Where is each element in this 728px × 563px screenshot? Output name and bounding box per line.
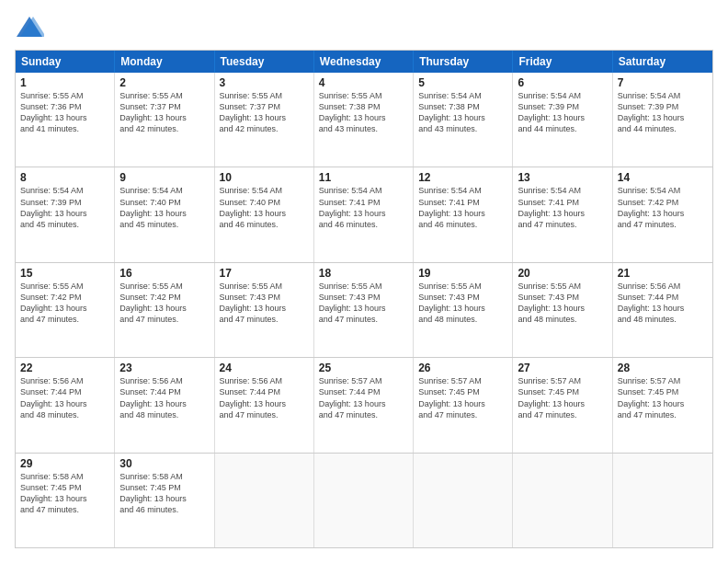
calendar-week-5: 29Sunrise: 5:58 AM Sunset: 7:45 PM Dayli… <box>16 453 712 547</box>
day-number: 5 <box>418 76 507 89</box>
day-info: Sunrise: 5:57 AM Sunset: 7:45 PM Dayligh… <box>418 375 507 420</box>
day-info: Sunrise: 5:58 AM Sunset: 7:45 PM Dayligh… <box>119 471 209 516</box>
calendar-day-empty <box>414 454 513 547</box>
logo <box>15 15 48 40</box>
page: SundayMondayTuesdayWednesdayThursdayFrid… <box>0 0 728 563</box>
day-number: 2 <box>119 76 209 89</box>
calendar-day-6: 6Sunrise: 5:54 AM Sunset: 7:39 PM Daylig… <box>513 73 612 167</box>
calendar-day-12: 12Sunrise: 5:54 AM Sunset: 7:41 PM Dayli… <box>414 167 513 261</box>
calendar-day-2: 2Sunrise: 5:55 AM Sunset: 7:37 PM Daylig… <box>115 73 214 167</box>
day-info: Sunrise: 5:54 AM Sunset: 7:39 PM Dayligh… <box>518 90 607 135</box>
day-info: Sunrise: 5:55 AM Sunset: 7:43 PM Dayligh… <box>220 281 309 326</box>
day-info: Sunrise: 5:55 AM Sunset: 7:43 PM Dayligh… <box>418 281 507 326</box>
day-info: Sunrise: 5:57 AM Sunset: 7:45 PM Dayligh… <box>618 375 708 420</box>
calendar-day-empty <box>513 454 612 547</box>
day-info: Sunrise: 5:55 AM Sunset: 7:43 PM Dayligh… <box>518 281 607 326</box>
day-info: Sunrise: 5:54 AM Sunset: 7:39 PM Dayligh… <box>20 185 109 230</box>
calendar-week-3: 15Sunrise: 5:55 AM Sunset: 7:42 PM Dayli… <box>16 262 712 357</box>
day-number: 14 <box>618 171 708 184</box>
day-number: 27 <box>518 362 607 374</box>
calendar-day-17: 17Sunrise: 5:55 AM Sunset: 7:43 PM Dayli… <box>215 263 314 357</box>
calendar-day-22: 22Sunrise: 5:56 AM Sunset: 7:44 PM Dayli… <box>16 358 115 452</box>
day-number: 1 <box>20 76 109 89</box>
day-info: Sunrise: 5:56 AM Sunset: 7:44 PM Dayligh… <box>119 375 209 420</box>
calendar-day-15: 15Sunrise: 5:55 AM Sunset: 7:42 PM Dayli… <box>16 263 115 357</box>
calendar-day-4: 4Sunrise: 5:55 AM Sunset: 7:38 PM Daylig… <box>314 73 414 167</box>
day-header-wednesday: Wednesday <box>314 51 414 73</box>
calendar-day-11: 11Sunrise: 5:54 AM Sunset: 7:41 PM Dayli… <box>314 167 414 261</box>
day-info: Sunrise: 5:54 AM Sunset: 7:39 PM Dayligh… <box>618 90 708 135</box>
day-number: 7 <box>618 76 708 89</box>
day-info: Sunrise: 5:58 AM Sunset: 7:45 PM Dayligh… <box>20 471 109 516</box>
calendar-day-27: 27Sunrise: 5:57 AM Sunset: 7:45 PM Dayli… <box>513 358 612 452</box>
day-number: 21 <box>618 267 708 280</box>
day-header-tuesday: Tuesday <box>215 51 314 73</box>
day-number: 29 <box>20 457 109 470</box>
day-number: 28 <box>618 362 708 374</box>
day-number: 15 <box>20 267 109 280</box>
calendar-day-18: 18Sunrise: 5:55 AM Sunset: 7:43 PM Dayli… <box>314 263 414 357</box>
day-number: 8 <box>20 171 109 184</box>
day-number: 12 <box>418 171 507 184</box>
day-number: 3 <box>220 76 309 89</box>
logo-icon <box>15 15 44 40</box>
calendar-day-10: 10Sunrise: 5:54 AM Sunset: 7:40 PM Dayli… <box>215 167 314 261</box>
calendar: SundayMondayTuesdayWednesdayThursdayFrid… <box>15 50 713 548</box>
day-info: Sunrise: 5:56 AM Sunset: 7:44 PM Dayligh… <box>220 375 309 420</box>
day-info: Sunrise: 5:55 AM Sunset: 7:37 PM Dayligh… <box>220 90 309 135</box>
day-number: 18 <box>319 267 408 280</box>
day-number: 20 <box>518 267 607 280</box>
calendar-week-1: 1Sunrise: 5:55 AM Sunset: 7:36 PM Daylig… <box>16 73 712 167</box>
day-info: Sunrise: 5:57 AM Sunset: 7:44 PM Dayligh… <box>319 375 408 420</box>
calendar-day-30: 30Sunrise: 5:58 AM Sunset: 7:45 PM Dayli… <box>115 454 214 547</box>
calendar-day-3: 3Sunrise: 5:55 AM Sunset: 7:37 PM Daylig… <box>215 73 314 167</box>
calendar-day-28: 28Sunrise: 5:57 AM Sunset: 7:45 PM Dayli… <box>613 358 712 452</box>
day-number: 24 <box>220 362 309 374</box>
calendar-day-5: 5Sunrise: 5:54 AM Sunset: 7:38 PM Daylig… <box>414 73 513 167</box>
day-number: 26 <box>418 362 507 374</box>
day-number: 16 <box>119 267 209 280</box>
day-number: 10 <box>220 171 309 184</box>
calendar-header-row: SundayMondayTuesdayWednesdayThursdayFrid… <box>16 51 712 73</box>
calendar-day-13: 13Sunrise: 5:54 AM Sunset: 7:41 PM Dayli… <box>513 167 612 261</box>
day-number: 17 <box>220 267 309 280</box>
day-info: Sunrise: 5:56 AM Sunset: 7:44 PM Dayligh… <box>20 375 109 420</box>
calendar-day-9: 9Sunrise: 5:54 AM Sunset: 7:40 PM Daylig… <box>115 167 214 261</box>
calendar-day-19: 19Sunrise: 5:55 AM Sunset: 7:43 PM Dayli… <box>414 263 513 357</box>
header <box>15 15 713 40</box>
calendar-day-empty <box>215 454 314 547</box>
day-info: Sunrise: 5:54 AM Sunset: 7:40 PM Dayligh… <box>119 185 209 230</box>
calendar-day-25: 25Sunrise: 5:57 AM Sunset: 7:44 PM Dayli… <box>314 358 414 452</box>
calendar-day-26: 26Sunrise: 5:57 AM Sunset: 7:45 PM Dayli… <box>414 358 513 452</box>
day-number: 25 <box>319 362 408 374</box>
day-info: Sunrise: 5:55 AM Sunset: 7:43 PM Dayligh… <box>319 281 408 326</box>
day-number: 19 <box>418 267 507 280</box>
day-header-sunday: Sunday <box>16 51 115 73</box>
day-info: Sunrise: 5:54 AM Sunset: 7:41 PM Dayligh… <box>518 185 607 230</box>
day-number: 13 <box>518 171 607 184</box>
calendar-day-20: 20Sunrise: 5:55 AM Sunset: 7:43 PM Dayli… <box>513 263 612 357</box>
day-info: Sunrise: 5:57 AM Sunset: 7:45 PM Dayligh… <box>518 375 607 420</box>
calendar-day-7: 7Sunrise: 5:54 AM Sunset: 7:39 PM Daylig… <box>613 73 712 167</box>
calendar-week-2: 8Sunrise: 5:54 AM Sunset: 7:39 PM Daylig… <box>16 167 712 261</box>
day-info: Sunrise: 5:55 AM Sunset: 7:42 PM Dayligh… <box>20 281 109 326</box>
calendar-week-4: 22Sunrise: 5:56 AM Sunset: 7:44 PM Dayli… <box>16 357 712 452</box>
calendar-day-29: 29Sunrise: 5:58 AM Sunset: 7:45 PM Dayli… <box>16 454 115 547</box>
day-info: Sunrise: 5:54 AM Sunset: 7:38 PM Dayligh… <box>418 90 507 135</box>
day-info: Sunrise: 5:55 AM Sunset: 7:37 PM Dayligh… <box>119 90 209 135</box>
day-number: 9 <box>119 171 209 184</box>
day-info: Sunrise: 5:54 AM Sunset: 7:40 PM Dayligh… <box>220 185 309 230</box>
calendar-day-21: 21Sunrise: 5:56 AM Sunset: 7:44 PM Dayli… <box>613 263 712 357</box>
day-info: Sunrise: 5:55 AM Sunset: 7:42 PM Dayligh… <box>119 281 209 326</box>
calendar-day-14: 14Sunrise: 5:54 AM Sunset: 7:42 PM Dayli… <box>613 167 712 261</box>
day-info: Sunrise: 5:54 AM Sunset: 7:41 PM Dayligh… <box>418 185 507 230</box>
day-header-saturday: Saturday <box>613 51 712 73</box>
day-number: 6 <box>518 76 607 89</box>
day-info: Sunrise: 5:55 AM Sunset: 7:38 PM Dayligh… <box>319 90 408 135</box>
calendar-day-1: 1Sunrise: 5:55 AM Sunset: 7:36 PM Daylig… <box>16 73 115 167</box>
day-header-thursday: Thursday <box>414 51 513 73</box>
calendar-day-24: 24Sunrise: 5:56 AM Sunset: 7:44 PM Dayli… <box>215 358 314 452</box>
calendar-day-empty <box>613 454 712 547</box>
calendar-day-8: 8Sunrise: 5:54 AM Sunset: 7:39 PM Daylig… <box>16 167 115 261</box>
day-info: Sunrise: 5:54 AM Sunset: 7:41 PM Dayligh… <box>319 185 408 230</box>
